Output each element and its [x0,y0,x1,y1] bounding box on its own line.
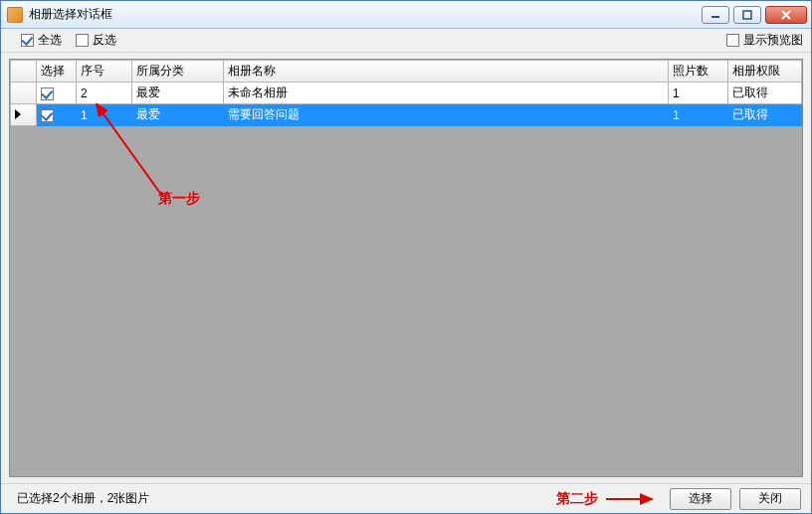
row-header[interactable] [11,83,37,104]
dialog-window: 相册选择对话框 全选 反选 [0,0,812,514]
maximize-button[interactable] [733,6,761,24]
close-button[interactable] [765,6,807,24]
close-button-label: 关闭 [758,490,782,507]
maximize-icon [742,10,752,20]
annotation-step2-label: 第二步 [556,490,598,508]
checkbox-icon [76,34,89,47]
data-grid[interactable]: 选择 序号 所属分类 相册名称 照片数 相册权限 2最爱未命名相册1已取得1最爱… [9,59,803,477]
toolbar: 全选 反选 显示预览图 [1,29,811,53]
footer: 已选择2个相册，2张图片 第二步 选择 关闭 [1,483,811,513]
col-index[interactable]: 序号 [77,61,132,83]
select-button[interactable]: 选择 [670,488,731,510]
window-title: 相册选择对话框 [29,6,702,23]
table-row[interactable]: 1最爱需要回答问题1已取得 [11,104,802,126]
select-all-label: 全选 [38,32,62,49]
titlebar[interactable]: 相册选择对话框 [1,1,811,29]
cell-name[interactable]: 未命名相册 [224,83,669,104]
cell-index[interactable]: 1 [77,104,132,126]
select-button-label: 选择 [689,490,712,507]
col-select[interactable]: 选择 [37,61,77,83]
header-row: 选择 序号 所属分类 相册名称 照片数 相册权限 [11,61,802,83]
cell-photo-count[interactable]: 1 [669,104,728,126]
window-buttons [702,6,807,24]
annotation-step2: 第二步 [556,490,662,508]
table-row[interactable]: 2最爱未命名相册1已取得 [11,83,802,104]
cell-permission[interactable]: 已取得 [728,83,802,104]
row-header-col [11,61,37,83]
checkbox-icon [726,34,739,47]
cell-category[interactable]: 最爱 [132,83,224,104]
checkbox-icon [21,34,34,47]
select-all-checkbox[interactable]: 全选 [21,32,62,49]
cell-select[interactable] [37,83,77,104]
col-name[interactable]: 相册名称 [224,61,669,83]
show-preview-label: 显示预览图 [743,32,803,49]
col-photo-count[interactable]: 照片数 [669,61,728,83]
row-checkbox[interactable] [41,109,54,122]
grid-container: 选择 序号 所属分类 相册名称 照片数 相册权限 2最爱未命名相册1已取得1最爱… [1,53,811,483]
arrow-right-icon [604,492,660,506]
close-icon [780,10,792,20]
svg-rect-1 [743,11,751,19]
col-category[interactable]: 所属分类 [132,61,224,83]
row-checkbox[interactable] [41,87,54,100]
cell-name[interactable]: 需要回答问题 [224,104,669,126]
col-permission[interactable]: 相册权限 [728,61,802,83]
cell-permission[interactable]: 已取得 [728,104,802,126]
cell-index[interactable]: 2 [77,83,132,104]
cell-select[interactable] [37,104,77,126]
invert-label: 反选 [93,32,116,49]
minimize-icon [710,10,720,20]
app-icon [7,7,23,23]
close-dialog-button[interactable]: 关闭 [739,488,801,510]
row-header[interactable] [11,104,37,126]
status-text: 已选择2个相册，2张图片 [17,490,149,507]
invert-selection-checkbox[interactable]: 反选 [76,32,116,49]
show-preview-checkbox[interactable]: 显示预览图 [726,32,803,49]
minimize-button[interactable] [702,6,729,24]
current-row-indicator-icon [15,109,21,119]
cell-photo-count[interactable]: 1 [669,83,728,104]
cell-category[interactable]: 最爱 [132,104,224,126]
